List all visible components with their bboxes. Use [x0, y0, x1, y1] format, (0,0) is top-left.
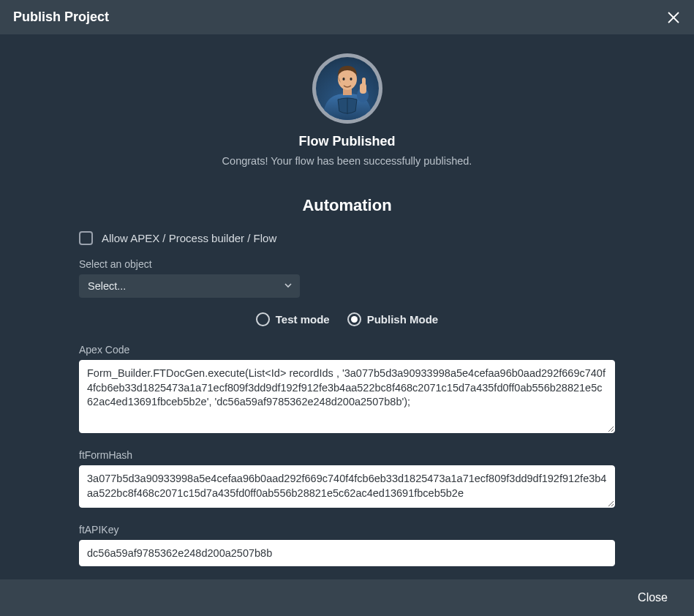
- modal-footer: Close: [0, 579, 694, 616]
- svg-point-6: [350, 78, 352, 80]
- hero-avatar-icon: [316, 57, 379, 120]
- select-object-dropdown[interactable]: Select...: [79, 274, 300, 298]
- ftapikey-label: ftAPIKey: [79, 524, 615, 536]
- allow-apex-checkbox[interactable]: [79, 231, 93, 245]
- allow-apex-row[interactable]: Allow APEX / Process builder / Flow: [79, 231, 615, 245]
- avatar: [312, 53, 382, 124]
- flow-published-title: Flow Published: [298, 134, 395, 149]
- ftformhash-textarea[interactable]: [79, 465, 615, 508]
- apex-code-label: Apex Code: [79, 344, 615, 356]
- ftformhash-label: ftFormHash: [79, 449, 615, 461]
- select-object-value: Select...: [88, 280, 126, 292]
- select-object-label: Select an object: [79, 258, 615, 270]
- svg-point-5: [342, 78, 344, 80]
- automation-title: Automation: [79, 196, 615, 215]
- svg-rect-9: [362, 78, 366, 86]
- modal-header: Publish Project: [0, 0, 694, 34]
- mode-test-radio[interactable]: Test mode: [256, 312, 330, 326]
- close-button[interactable]: Close: [629, 585, 676, 610]
- ftapikey-block: ftAPIKey: [79, 524, 615, 566]
- mode-publish-radio[interactable]: Publish Mode: [347, 312, 439, 326]
- mode-test-label: Test mode: [276, 313, 330, 326]
- publish-project-modal: Publish Project: [0, 0, 694, 616]
- allow-apex-label: Allow APEX / Process builder / Flow: [102, 232, 276, 244]
- ftformhash-block: ftFormHash: [79, 449, 615, 511]
- radio-icon: [256, 312, 270, 326]
- mode-radio-group: Test mode Publish Mode: [79, 312, 615, 326]
- close-icon[interactable]: [663, 7, 684, 28]
- radio-selected-icon: [347, 312, 361, 326]
- modal-body: Flow Published Congrats! Your flow has b…: [0, 34, 694, 579]
- mode-publish-label: Publish Mode: [367, 313, 439, 326]
- ftapikey-input[interactable]: [79, 540, 615, 566]
- apex-code-textarea[interactable]: [79, 360, 615, 433]
- flow-published-subtitle: Congrats! Your flow has been successfull…: [222, 155, 472, 167]
- modal-title: Publish Project: [13, 10, 109, 25]
- apex-code-block: Apex Code: [79, 344, 615, 436]
- success-hero: Flow Published Congrats! Your flow has b…: [79, 53, 615, 167]
